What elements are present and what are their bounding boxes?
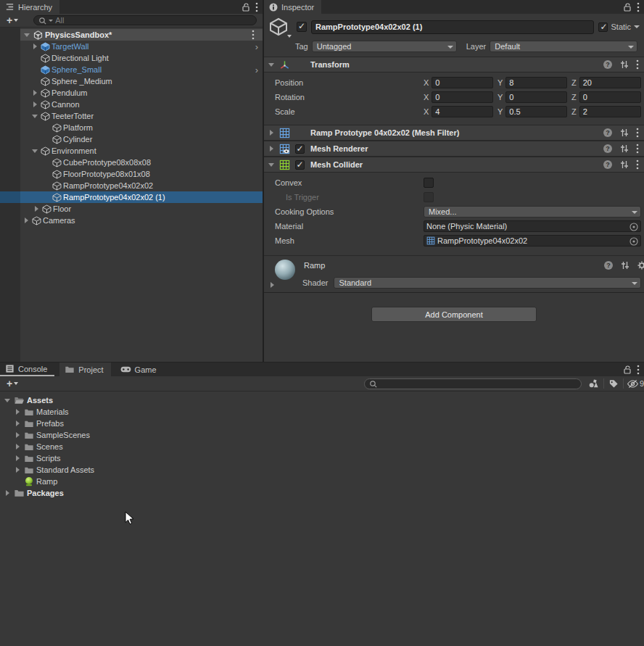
foldout-closed-icon[interactable] — [13, 407, 22, 416]
kebab-menu-icon[interactable] — [637, 365, 640, 375]
help-icon[interactable] — [603, 128, 613, 138]
presets-icon[interactable] — [620, 260, 630, 270]
tab-hierarchy[interactable]: Hierarchy — [0, 0, 59, 14]
rotation-x-field[interactable] — [432, 91, 493, 103]
hierarchy-item-platform[interactable]: Platform — [0, 122, 263, 133]
scale-x-field[interactable] — [432, 106, 493, 117]
kebab-menu-icon[interactable] — [636, 59, 639, 70]
mesh-filter-header[interactable]: Ramp Prototype 04x02x02 (Mesh Filter) — [264, 125, 644, 141]
hierarchy-item-sphere-small[interactable]: Sphere_Small › — [0, 64, 263, 75]
project-item-ramp-material[interactable]: Ramp — [0, 476, 644, 487]
add-component-button[interactable]: Add Component — [371, 307, 537, 322]
prefab-chevron-icon[interactable]: › — [255, 42, 258, 51]
project-item-packages[interactable]: Packages — [0, 487, 644, 499]
rotation-z-field[interactable] — [579, 91, 641, 103]
foldout-closed-icon[interactable] — [267, 128, 276, 137]
lock-icon[interactable] — [242, 2, 250, 12]
foldout-closed-icon[interactable] — [30, 42, 39, 51]
project-item-assets[interactable]: Assets — [0, 394, 644, 406]
foldout-closed-icon[interactable] — [267, 144, 276, 153]
hierarchy-search-input[interactable] — [55, 16, 252, 25]
foldout-closed-icon[interactable] — [32, 204, 41, 213]
convex-checkbox[interactable] — [424, 178, 434, 188]
project-item-standard-assets[interactable]: Standard Assets — [0, 464, 644, 476]
presets-icon[interactable] — [619, 144, 629, 154]
kebab-menu-icon[interactable] — [636, 128, 639, 138]
foldout-open-icon[interactable] — [267, 60, 276, 69]
hierarchy-item-directional-light[interactable]: Directional Light — [0, 52, 263, 64]
foldout-open-icon[interactable] — [3, 396, 12, 405]
lock-icon[interactable] — [623, 365, 632, 374]
project-item-samplescenes[interactable]: SampleScenes — [0, 429, 644, 441]
foldout-closed-icon[interactable] — [30, 100, 39, 109]
project-item-scenes[interactable]: Scenes — [0, 441, 644, 452]
hierarchy-item-floorprototype[interactable]: FloorPrototype08x01x08 — [0, 168, 263, 180]
layer-dropdown[interactable]: Default — [490, 41, 637, 52]
hierarchy-item-rampprototype[interactable]: RampPrototype04x02x02 — [0, 180, 263, 191]
project-item-prefabs[interactable]: Prefabs — [0, 418, 644, 429]
hierarchy-item-cameras[interactable]: Cameras — [0, 215, 263, 226]
foldout-open-icon[interactable] — [30, 112, 39, 120]
mesh-reference-field[interactable]: RampPrototype04x02x02 — [424, 235, 641, 247]
hierarchy-item-cannon[interactable]: Cannon — [0, 99, 263, 110]
hierarchy-item-pendulum[interactable]: Pendulum — [0, 87, 263, 99]
foldout-open-icon[interactable] — [30, 146, 39, 155]
project-create-button[interactable]: + — [3, 376, 22, 391]
presets-icon[interactable] — [619, 128, 629, 138]
hierarchy-item-cubeprototype[interactable]: CubePrototype08x08x08 — [0, 157, 263, 168]
kebab-menu-icon[interactable] — [255, 2, 258, 12]
gear-icon[interactable] — [637, 260, 644, 270]
search-by-type-button[interactable] — [586, 376, 602, 391]
project-item-materials[interactable]: Materials — [0, 406, 644, 418]
shader-dropdown[interactable]: Standard — [334, 277, 641, 289]
foldout-closed-icon[interactable] — [13, 442, 22, 451]
hierarchy-item-sphere-medium[interactable]: Sphere _Medium — [0, 75, 263, 87]
help-icon[interactable] — [603, 160, 613, 170]
position-y-field[interactable] — [505, 77, 567, 88]
hierarchy-item-targetwall[interactable]: TargetWall › — [0, 41, 263, 52]
hierarchy-item-environment[interactable]: Environment — [0, 145, 263, 157]
project-search-input[interactable] — [380, 379, 577, 388]
foldout-closed-icon[interactable] — [13, 454, 22, 463]
position-z-field[interactable] — [579, 77, 641, 88]
foldout-open-icon[interactable] — [267, 160, 276, 169]
hidden-packages-toggle[interactable]: 9 — [625, 379, 644, 389]
mesh-collider-enabled-checkbox[interactable] — [295, 160, 305, 170]
help-icon[interactable] — [603, 144, 613, 154]
hierarchy-item-teetertotter[interactable]: TeeterTotter — [0, 110, 263, 122]
cooking-options-dropdown[interactable]: Mixed... — [424, 206, 641, 218]
gameobject-name-field[interactable] — [311, 20, 594, 34]
physic-material-field[interactable]: None (Physic Material) — [424, 220, 641, 232]
scale-z-field[interactable] — [579, 106, 641, 117]
mesh-collider-header[interactable]: Mesh Collider — [264, 157, 644, 173]
help-icon[interactable] — [603, 260, 614, 270]
lock-icon[interactable] — [623, 2, 632, 12]
mesh-renderer-header[interactable]: Mesh Renderer — [264, 141, 644, 157]
search-by-label-button[interactable] — [606, 376, 622, 391]
foldout-open-icon[interactable] — [22, 30, 31, 39]
foldout-closed-icon[interactable] — [13, 419, 22, 428]
foldout-closed-icon[interactable] — [22, 216, 30, 225]
hierarchy-scene-row[interactable]: PhysicsSandbox* — [20, 29, 263, 41]
foldout-closed-icon[interactable] — [3, 489, 12, 497]
chevron-down-icon[interactable] — [634, 25, 640, 28]
rotation-y-field[interactable] — [505, 91, 567, 103]
foldout-closed-icon[interactable] — [13, 431, 22, 439]
scale-y-field[interactable] — [505, 106, 567, 117]
tab-project[interactable]: Project — [59, 363, 110, 376]
foldout-closed-icon[interactable] — [268, 281, 276, 289]
hierarchy-item-floor[interactable]: Floor — [0, 203, 263, 215]
hierarchy-create-button[interactable]: + — [3, 14, 22, 27]
presets-icon[interactable] — [619, 59, 629, 70]
project-search[interactable] — [364, 378, 582, 389]
tab-game[interactable]: Game — [115, 363, 164, 376]
foldout-closed-icon[interactable] — [13, 465, 22, 474]
gameobject-enabled-checkbox[interactable] — [297, 22, 307, 32]
material-preview-sphere[interactable] — [274, 259, 296, 281]
mesh-renderer-enabled-checkbox[interactable] — [295, 144, 305, 154]
object-picker-icon[interactable] — [629, 222, 639, 232]
foldout-closed-icon[interactable] — [30, 88, 39, 97]
help-icon[interactable] — [603, 59, 613, 70]
kebab-menu-icon[interactable] — [636, 160, 639, 170]
kebab-menu-icon[interactable] — [252, 30, 255, 40]
